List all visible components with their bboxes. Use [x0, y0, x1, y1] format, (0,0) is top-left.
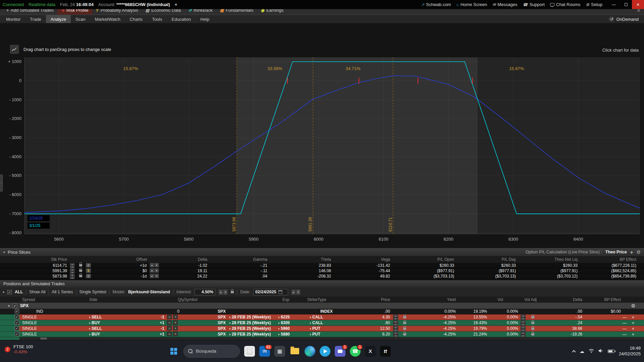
lock-icon[interactable]: [79, 275, 82, 277]
all-checkbox[interactable]: ✓: [7, 290, 12, 294]
taskbar-search[interactable]: Búsqueda: [183, 345, 240, 358]
lock-icon[interactable]: [531, 316, 534, 318]
symbol-group-row[interactable]: ▾ ✓ SPX ⚙: [0, 303, 644, 309]
qty-dropdown-button[interactable]: ▾: [173, 320, 178, 325]
setup-button[interactable]: ⚙Setup: [586, 2, 602, 7]
lock-icon[interactable]: [403, 316, 406, 318]
scroll-handle[interactable]: [40, 338, 47, 340]
column-header-theta[interactable]: Theta: [282, 256, 331, 263]
tab-monitor[interactable]: Monitor: [1, 15, 25, 23]
model-value[interactable]: Bjerksund-Stensland: [128, 290, 170, 294]
interest-input[interactable]: 4.50%: [195, 289, 215, 295]
row-checkbox[interactable]: ✓: [15, 315, 19, 319]
qty-menu-button[interactable]: ≡: [167, 315, 172, 319]
battery-icon[interactable]: [608, 350, 614, 353]
close-button[interactable]: ✕: [632, 0, 644, 9]
row-checkbox[interactable]: ✓: [15, 326, 19, 330]
row-checkbox[interactable]: ✓: [15, 320, 19, 325]
support-button[interactable]: ☎Support: [523, 2, 545, 7]
calendar-icon[interactable]: [278, 290, 282, 294]
lock-icon[interactable]: [79, 264, 82, 266]
column-header-vol[interactable]: Vol: [471, 297, 503, 303]
chat-app-icon[interactable]: 1: [335, 346, 345, 357]
volume-icon[interactable]: [598, 348, 603, 354]
column-header-spread[interactable]: Spread: [22, 297, 35, 303]
price-stepper[interactable]: ▲▼: [393, 326, 398, 331]
onedrive-cloud-icon[interactable]: ☁: [580, 349, 584, 354]
messages-button[interactable]: ✉Messages: [492, 2, 517, 7]
group-checkbox[interactable]: ✓: [13, 304, 17, 308]
column-header-theo[interactable]: Theo Net Liq: [526, 256, 578, 263]
whatsapp-app-icon[interactable]: ☎1: [350, 346, 361, 357]
tab-analyze[interactable]: Analyze: [46, 15, 71, 23]
add-slice-button[interactable]: +: [630, 249, 633, 255]
vol-adj-stepper[interactable]: ▲▼: [521, 326, 526, 331]
tab-help[interactable]: Help: [196, 15, 214, 23]
offset-stepper[interactable]: ▲▼: [150, 274, 159, 278]
column-header-pl_open[interactable]: P/L Open: [402, 256, 454, 263]
column-header-vol_adj[interactable]: Vol Adj: [503, 297, 537, 303]
offset-mode-badge[interactable]: $: [86, 268, 91, 273]
y-axis-label[interactable]: + 1000: [8, 59, 21, 64]
lock-icon[interactable]: [231, 291, 234, 293]
telegram-app-icon[interactable]: [320, 346, 330, 357]
column-header-delta[interactable]: Delta: [168, 256, 207, 263]
lock-icon[interactable]: [403, 322, 406, 324]
analyze-dash-button[interactable]: —: [623, 320, 627, 326]
file-explorer-icon[interactable]: [289, 346, 300, 357]
column-header-price[interactable]: Price: [349, 297, 390, 303]
offset-mode-badge[interactable]: σ: [86, 263, 91, 267]
minimize-button[interactable]: —: [608, 0, 620, 9]
column-header-yield[interactable]: Yield: [416, 297, 456, 303]
position-row[interactable]: ✓SINGLESELL-1≡▾SPX28 FEB 25 (Weeklys)596…: [0, 326, 644, 331]
show-all-dropdown[interactable]: Show All: [29, 290, 45, 294]
column-header-vega[interactable]: Vega: [342, 256, 390, 263]
position-row[interactable]: ✓SINGLEBUY+1≡▾SPX28 FEB 25 (Weeklys)6305…: [0, 320, 644, 326]
collapse-icon[interactable]: ▾: [3, 250, 5, 254]
price-stepper[interactable]: ▲▼: [393, 332, 398, 337]
wifi-icon[interactable]: [589, 348, 594, 354]
vol-adj-stepper[interactable]: ▲▼: [521, 332, 526, 337]
remove-row-button[interactable]: ×: [632, 320, 634, 326]
price-stepper[interactable]: ▲▼: [393, 315, 398, 319]
y-axis-label[interactable]: - 4000: [9, 154, 21, 159]
calculator-app-icon[interactable]: ▦: [274, 346, 285, 357]
tab-education[interactable]: Education: [167, 15, 196, 23]
y-axis-label[interactable]: 0: [19, 78, 21, 83]
lock-icon[interactable]: [403, 327, 406, 330]
column-header-delta[interactable]: Delta: [543, 297, 582, 303]
qty-menu-button[interactable]: ≡: [167, 326, 172, 330]
chart-type-icon[interactable]: [10, 45, 19, 54]
vol-adj-stepper[interactable]: ▲▼: [521, 315, 526, 319]
column-header-gamma[interactable]: Gamma: [221, 256, 267, 263]
lock-icon[interactable]: [403, 333, 406, 336]
positions-date-input[interactable]: 02/24/2025: [253, 289, 288, 295]
ondemand-button[interactable]: ↺OnDemand: [609, 15, 644, 23]
slice-price-stepper[interactable]: ▲▼: [70, 263, 75, 268]
series-dropdown[interactable]: All 1 Series: [52, 290, 73, 294]
y-axis-label[interactable]: - 5000: [9, 173, 21, 178]
y-axis-label[interactable]: - 3000: [9, 135, 21, 140]
remove-row-button[interactable]: ×: [632, 332, 634, 338]
slice-price-stepper[interactable]: ▲▼: [70, 268, 75, 273]
add-workspace-button[interactable]: +: [175, 2, 177, 7]
slices-settings-icon[interactable]: ⚙: [636, 249, 641, 255]
y-axis-label[interactable]: - 7000: [9, 211, 21, 216]
edge-browser-icon[interactable]: [305, 346, 315, 357]
collapse-icon[interactable]: ▾: [3, 290, 4, 294]
row-checkbox[interactable]: ✓: [15, 309, 19, 313]
lock-icon[interactable]: [531, 327, 534, 330]
offset-stepper[interactable]: ▲▼: [150, 268, 159, 273]
calc-mode-value[interactable]: Theo Price: [605, 250, 627, 254]
remove-row-button[interactable]: ×: [632, 326, 634, 332]
qty-menu-button[interactable]: ≡: [167, 332, 172, 336]
collapse-icon[interactable]: ▾: [8, 304, 10, 308]
column-header-side[interactable]: Side: [89, 297, 97, 303]
schwab-link[interactable]: ↗Schwab.com: [421, 2, 451, 7]
lock-icon[interactable]: [79, 269, 82, 272]
qty-dropdown-button[interactable]: ▾: [173, 332, 178, 336]
analyze-dash-button[interactable]: —: [623, 326, 627, 332]
notes-app-icon[interactable]: [244, 346, 255, 357]
price-slice-row[interactable]: 5991.39▲▼$$0▲▼19.11-.11146.08-75.44($977…: [0, 268, 644, 274]
account-selector[interactable]: Account: *****668SCHW (Individual): [98, 2, 170, 7]
